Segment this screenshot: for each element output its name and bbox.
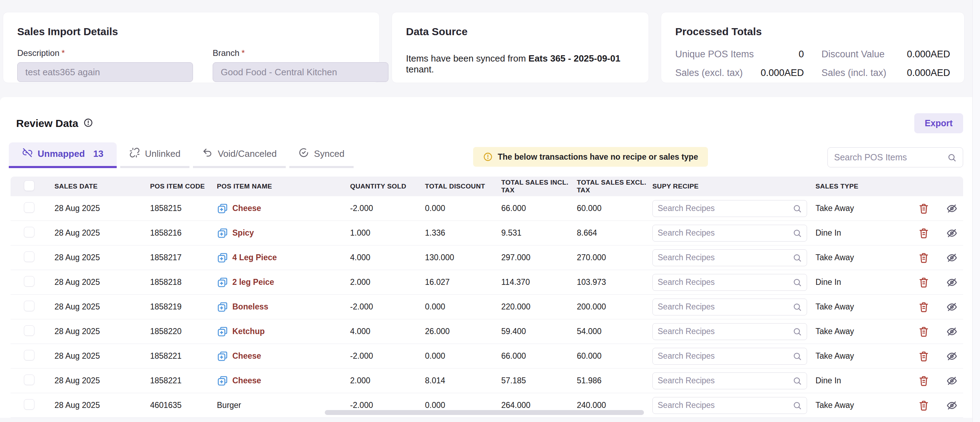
sales-type-cell: Take Away — [816, 204, 896, 213]
row-checkbox[interactable] — [24, 202, 35, 213]
delete-row-icon[interactable] — [918, 326, 929, 337]
pos-items-search-input[interactable] — [834, 152, 947, 162]
recipe-search-box — [652, 348, 807, 365]
pos-item-name[interactable]: Boneless — [232, 302, 268, 312]
tab-unmapped[interactable]: Unmapped 13 — [9, 142, 117, 168]
tab-unlinked[interactable]: Unlinked — [120, 142, 189, 168]
hide-row-icon[interactable] — [946, 203, 958, 214]
delete-row-icon[interactable] — [918, 350, 929, 362]
sales-type-cell: Take Away — [816, 351, 896, 361]
quantity-sold-cell: 2.000 — [350, 277, 425, 287]
pos-item-name[interactable]: 2 leg Peice — [232, 277, 274, 287]
hide-row-icon[interactable] — [946, 375, 958, 387]
recipe-search-input[interactable] — [658, 351, 793, 361]
tab-label: Synced — [314, 148, 344, 159]
tab-label: Unlinked — [145, 148, 180, 159]
processed-totals-card: Processed Totals Unique POS Items 0 Disc… — [661, 12, 964, 83]
recipe-search-input[interactable] — [658, 277, 793, 287]
recipe-search-input[interactable] — [658, 253, 793, 262]
recipe-search-input[interactable] — [658, 302, 793, 312]
pos-item-name[interactable]: Cheese — [232, 204, 261, 213]
copy-plus-icon[interactable] — [217, 228, 228, 239]
quantity-sold-cell: -2.000 — [350, 204, 425, 213]
horizontal-scrollbar-thumb[interactable] — [325, 410, 644, 415]
recipe-search-input[interactable] — [658, 228, 793, 238]
hide-row-icon[interactable] — [946, 326, 958, 337]
branch-label: Branch* — [213, 48, 388, 58]
total-discount-cell: 8.014 — [425, 376, 501, 385]
export-button[interactable]: Export — [914, 113, 963, 133]
sales-date-cell: 28 Aug 2025 — [54, 277, 150, 287]
pos-item-name[interactable]: Cheese — [232, 376, 261, 385]
delete-row-icon[interactable] — [918, 252, 929, 263]
hide-row-icon[interactable] — [946, 301, 958, 313]
row-checkbox[interactable] — [24, 374, 35, 385]
review-table: SALES DATE POS ITEM CODE POS ITEM NAME Q… — [11, 177, 963, 418]
sales-incl-cell: 220.000 — [501, 302, 577, 312]
quantity-sold-cell: 4.000 — [350, 327, 425, 336]
row-checkbox[interactable] — [24, 252, 35, 262]
vertical-scrollbar-track[interactable] — [972, 0, 980, 422]
branch-input[interactable] — [213, 62, 388, 82]
tab-synced[interactable]: Synced — [289, 142, 354, 168]
row-checkbox[interactable] — [24, 325, 35, 336]
warning-icon — [483, 152, 493, 162]
select-all-checkbox[interactable] — [24, 180, 35, 191]
info-icon[interactable] — [83, 118, 93, 129]
tab-void-canceled[interactable]: Void/Canceled — [193, 142, 286, 168]
copy-plus-icon[interactable] — [217, 203, 228, 214]
delete-row-icon[interactable] — [918, 228, 929, 239]
copy-plus-icon[interactable] — [217, 301, 228, 313]
quantity-sold-cell: 2.000 — [350, 376, 425, 385]
stat-discount-value: Discount Value 0.000AED — [821, 49, 950, 60]
pos-item-name[interactable]: Spicy — [232, 228, 254, 238]
hide-row-icon[interactable] — [946, 350, 958, 362]
delete-row-icon[interactable] — [918, 375, 929, 387]
total-discount-cell: 26.000 — [425, 327, 501, 336]
recipe-search-input[interactable] — [658, 327, 793, 336]
tab-label: Void/Canceled — [218, 148, 277, 159]
row-checkbox[interactable] — [24, 350, 35, 360]
link-off-icon — [22, 147, 33, 160]
stat-sales-incl-tax: Sales (incl. tax) 0.000AED — [821, 67, 950, 78]
sales-type-cell: Dine In — [816, 277, 896, 287]
header-quantity-sold: QUANTITY SOLD — [350, 183, 425, 190]
row-checkbox[interactable] — [24, 399, 35, 410]
copy-plus-icon[interactable] — [217, 326, 228, 337]
copy-plus-icon[interactable] — [217, 375, 228, 387]
review-data-panel: Review Data Export Unmapped 13 Unlinked — [0, 97, 980, 418]
hide-row-icon[interactable] — [946, 252, 958, 263]
sales-date-cell: 28 Aug 2025 — [54, 302, 150, 312]
sales-excl-cell: 8.664 — [577, 228, 652, 238]
delete-row-icon[interactable] — [918, 400, 929, 411]
description-input[interactable] — [17, 62, 193, 82]
recipe-search-input[interactable] — [658, 376, 793, 385]
pos-item-name[interactable]: Cheese — [232, 351, 261, 361]
sales-type-cell: Take Away — [816, 327, 896, 336]
row-checkbox[interactable] — [24, 276, 35, 287]
tab-label: Unmapped — [38, 148, 85, 159]
hide-row-icon[interactable] — [946, 400, 958, 411]
pos-item-name[interactable]: 4 Leg Piece — [232, 253, 277, 262]
delete-row-icon[interactable] — [918, 203, 929, 214]
sales-excl-cell: 60.000 — [577, 351, 652, 361]
sales-incl-cell: 9.531 — [501, 228, 577, 238]
delete-row-icon[interactable] — [918, 301, 929, 313]
search-icon — [793, 327, 802, 336]
row-checkbox[interactable] — [24, 301, 35, 311]
recipe-search-input[interactable] — [658, 401, 793, 410]
copy-plus-icon[interactable] — [217, 350, 228, 362]
hide-row-icon[interactable] — [946, 228, 958, 239]
pos-item-name[interactable]: Ketchup — [232, 327, 265, 336]
copy-plus-icon[interactable] — [217, 252, 228, 263]
recipe-search-input[interactable] — [658, 204, 793, 213]
copy-plus-icon[interactable] — [217, 277, 228, 288]
search-icon — [793, 204, 802, 213]
delete-row-icon[interactable] — [918, 277, 929, 288]
sales-excl-cell: 54.000 — [577, 327, 652, 336]
total-discount-cell: 0.000 — [425, 401, 501, 410]
row-checkbox[interactable] — [24, 227, 35, 237]
pos-item-name[interactable]: Burger — [217, 401, 241, 410]
recipe-search-box — [652, 373, 807, 389]
hide-row-icon[interactable] — [946, 277, 958, 288]
